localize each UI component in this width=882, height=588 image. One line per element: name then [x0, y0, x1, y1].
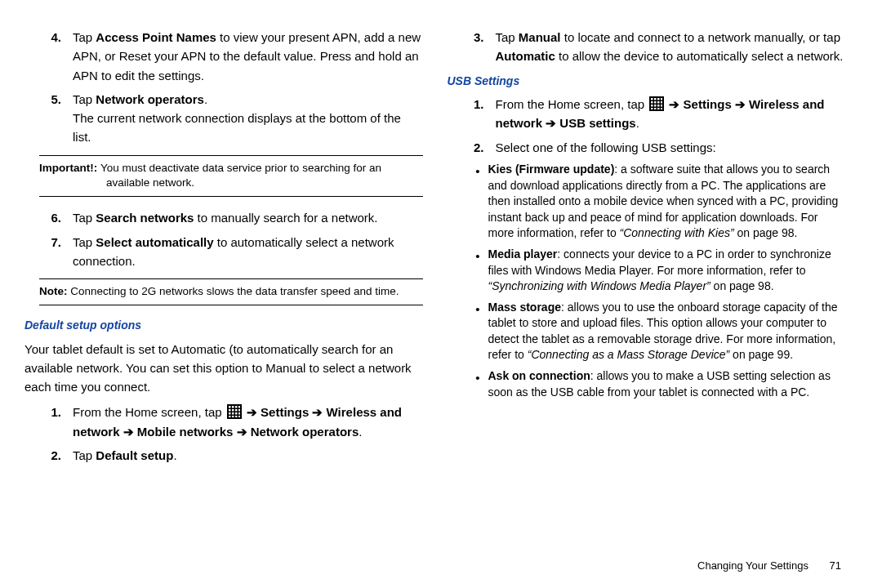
- step-body: Tap Manual to locate and connect to a ne…: [496, 28, 846, 66]
- step-number: 7.: [24, 233, 73, 271]
- text: Tap: [496, 30, 519, 44]
- list-item: 4. Tap Access Point Names to view your p…: [24, 28, 423, 85]
- reference: “Connecting as a Mass Storage Device”: [528, 348, 729, 361]
- list-item: 1. From the Home screen, tap ➔ Settings …: [24, 403, 423, 441]
- step-number: 3.: [448, 28, 496, 66]
- step-number: 6.: [24, 208, 73, 227]
- step-body: Select one of the following USB settings…: [496, 138, 846, 157]
- bullet-mark: •: [448, 162, 488, 242]
- bullet-mark: •: [448, 300, 488, 363]
- text: Tap: [73, 211, 96, 225]
- text: From the Home screen, tap: [73, 405, 225, 419]
- list-item: 3. Tap Manual to locate and connect to a…: [448, 28, 846, 66]
- step-number: 1.: [24, 403, 73, 441]
- manual-page: 4. Tap Access Point Names to view your p…: [0, 0, 882, 543]
- page-ref: on page 98.: [710, 279, 774, 292]
- text: Tap: [73, 235, 96, 249]
- footer-page: 71: [830, 559, 841, 572]
- step-body: Tap Select automatically to automaticall…: [73, 233, 423, 271]
- reference: “Connecting with Kies”: [620, 226, 734, 239]
- page-ref: on page 98.: [734, 226, 798, 239]
- step-body: Tap Default setup.: [73, 446, 423, 465]
- bullet-mark: •: [448, 368, 488, 400]
- note-box: Note: Connecting to 2G networks slows th…: [39, 278, 423, 305]
- list-item: 6. Tap Search networks to manually searc…: [24, 208, 423, 227]
- note-text: Connecting to 2G networks slows the data…: [70, 285, 399, 297]
- apps-grid-icon: [227, 404, 242, 419]
- bullet-body: Mass storage: allows you to use the onbo…: [488, 300, 846, 363]
- step-number: 2.: [448, 138, 496, 157]
- left-column: 4. Tap Access Point Names to view your p…: [24, 28, 423, 543]
- text: to manually search for a network.: [194, 211, 377, 225]
- step-body: Tap Access Point Names to view your pres…: [73, 28, 423, 85]
- step-body: From the Home screen, tap ➔ Settings ➔ W…: [496, 95, 846, 133]
- text: Tap: [73, 448, 96, 462]
- bullet-body: Ask on connection: allows you to make a …: [488, 368, 846, 400]
- list-item: 7. Tap Select automatically to automatic…: [24, 233, 423, 271]
- text: Tap: [73, 92, 96, 106]
- step-body: Tap Network operators. The current netwo…: [73, 90, 423, 147]
- bold-term: Kies (Firmware update): [488, 163, 615, 176]
- list-item: 2. Select one of the following USB setti…: [448, 138, 846, 157]
- note-text: You must deactivate data service prior t…: [100, 162, 381, 189]
- step-body: Tap Search networks to manually search f…: [73, 208, 423, 227]
- list-item: 2. Tap Default setup.: [24, 446, 423, 465]
- text: to allow the device to automatically sel…: [555, 49, 844, 63]
- text: From the Home screen, tap: [496, 97, 648, 111]
- bold-term: Network operators: [96, 92, 204, 106]
- step-body: From the Home screen, tap ➔ Settings ➔ W…: [73, 403, 423, 441]
- bold-term: Media player: [488, 247, 558, 261]
- reference: “Synchronizing with Windows Media Player…: [488, 279, 710, 292]
- bullet-mark: •: [448, 247, 488, 295]
- bullet-item: • Mass storage: allows you to use the on…: [448, 300, 846, 363]
- bold-term: Automatic: [496, 49, 555, 63]
- section-heading: USB Settings: [448, 73, 846, 91]
- footer-section: Changing Your Settings: [697, 559, 808, 572]
- bold-term: Ask on connection: [488, 369, 590, 382]
- step-number: 2.: [24, 446, 73, 465]
- step-number: 4.: [24, 28, 73, 85]
- bullet-body: Kies (Firmware update): a software suite…: [488, 162, 846, 242]
- right-column: 3. Tap Manual to locate and connect to a…: [448, 28, 846, 543]
- step-number: 5.: [24, 90, 73, 147]
- step-number: 1.: [448, 95, 496, 133]
- page-ref: on page 99.: [729, 348, 793, 361]
- bold-term: Select automatically: [96, 235, 213, 249]
- list-item: 5. Tap Network operators. The current ne…: [24, 90, 423, 147]
- text: The current network connection displays …: [73, 109, 423, 147]
- bold-term: Manual: [519, 30, 561, 44]
- bold-term: Default setup: [96, 448, 173, 462]
- bold-term: Mass storage: [488, 301, 561, 314]
- text: .: [636, 116, 639, 130]
- bold-term: Search networks: [96, 211, 194, 225]
- text: .: [204, 92, 207, 106]
- list-item: 1. From the Home screen, tap ➔ Settings …: [448, 95, 846, 133]
- bullet-item: • Kies (Firmware update): a software sui…: [448, 162, 846, 242]
- apps-grid-icon: [649, 96, 664, 111]
- text: .: [359, 425, 362, 439]
- bullet-body: Media player: connects your device to a …: [488, 247, 846, 295]
- bullet-item: • Media player: connects your device to …: [448, 247, 846, 295]
- text: .: [173, 448, 176, 462]
- page-footer: Changing Your Settings 71: [0, 559, 882, 572]
- bullet-item: • Ask on connection: allows you to make …: [448, 368, 846, 400]
- section-heading: Default setup options: [24, 317, 423, 335]
- paragraph: Your tablet default is set to Automatic …: [24, 340, 423, 397]
- text: to locate and connect to a network manua…: [561, 30, 840, 44]
- important-note: Important!: You must deactivate data ser…: [39, 155, 423, 198]
- note-label: Note:: [39, 285, 70, 297]
- note-label: Important!:: [39, 162, 100, 174]
- bold-term: Access Point Names: [96, 30, 216, 44]
- text: Tap: [73, 30, 96, 44]
